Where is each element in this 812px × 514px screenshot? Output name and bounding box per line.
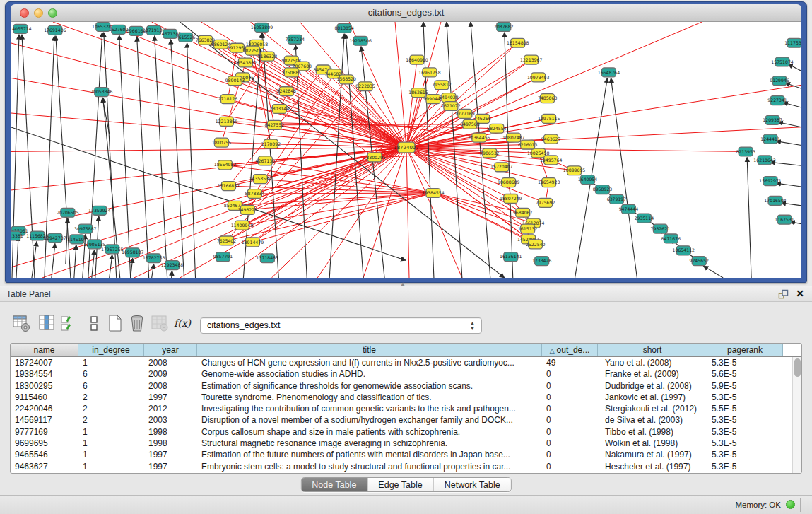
graph-node[interactable]: 19218506 xyxy=(349,36,372,45)
cell-out_degree[interactable]: 0 xyxy=(542,403,598,414)
graph-node[interactable]: 2803144 xyxy=(270,105,290,114)
cell-name[interactable]: 9115460 xyxy=(11,392,78,403)
edge[interactable] xyxy=(226,86,365,240)
cell-name[interactable]: 9465546 xyxy=(11,449,78,460)
graph-node[interactable]: 9684067 xyxy=(513,208,533,217)
edge[interactable] xyxy=(11,43,406,148)
table-row[interactable]: 1456911722003Disruption of a novel membe… xyxy=(11,414,801,426)
cell-year[interactable]: 2003 xyxy=(144,414,197,426)
cell-pagerank[interactable]: 5.5E-5 xyxy=(707,403,783,414)
graph-node[interactable]: 1568520 xyxy=(336,75,356,84)
edge[interactable] xyxy=(74,245,76,278)
graph-node[interactable]: 16136141 xyxy=(500,252,522,262)
graph-node[interactable]: 8186328 xyxy=(258,52,278,61)
cell-title[interactable]: Changes of HCN gene expression and I(f) … xyxy=(197,357,542,368)
cell-out_degree[interactable]: 0 xyxy=(542,392,598,403)
cell-name[interactable]: 18300295 xyxy=(11,380,78,392)
cell-year[interactable]: 2012 xyxy=(144,403,197,414)
edge[interactable] xyxy=(254,193,433,194)
graph-node[interactable]: 6379197 xyxy=(607,194,627,204)
table-mode-icon[interactable] xyxy=(12,314,30,332)
column-header-year[interactable]: year xyxy=(144,344,197,356)
graph-node[interactable]: 9227341 xyxy=(767,96,787,105)
graph-node[interactable]: 9463627 xyxy=(541,134,561,144)
cell-pagerank[interactable]: 5.3E-5 xyxy=(707,414,783,426)
table-row[interactable]: 946362711997Embryonic stem cells: a mode… xyxy=(11,461,801,472)
table-row[interactable]: 969969511998Structural magnetic resonanc… xyxy=(11,438,801,449)
edge[interactable] xyxy=(274,124,470,125)
tab-network-table[interactable]: Network Table xyxy=(434,478,511,491)
cell-in_degree[interactable]: 1 xyxy=(78,461,144,472)
graph-node[interactable]: 10654112 xyxy=(673,246,695,255)
cell-short[interactable]: de Silva et al. (2003) xyxy=(598,414,707,426)
edge[interactable] xyxy=(171,40,184,278)
graph-node[interactable]: 12923488 xyxy=(161,261,184,270)
table-scrollbar-thumb[interactable] xyxy=(794,358,801,377)
graph-node[interactable]: 1640954 xyxy=(578,175,598,185)
delete-table-icon[interactable] xyxy=(151,314,169,332)
edge[interactable] xyxy=(611,78,637,278)
cell-pagerank[interactable]: 5.3E-5 xyxy=(707,357,783,368)
table-row[interactable]: 1830029562008Estimation of significance … xyxy=(11,380,801,392)
table-row[interactable]: 2242004622012Investigating the contribut… xyxy=(11,403,801,414)
cell-title[interactable]: Structural magnetic resonance image aver… xyxy=(197,438,542,449)
graph-node[interactable]: 2718126 xyxy=(218,95,238,104)
edge[interactable] xyxy=(242,77,406,147)
edge[interactable] xyxy=(11,148,406,152)
graph-node[interactable]: 7615526 xyxy=(176,33,196,42)
cell-title[interactable]: Embryonic stem cells: a model to study s… xyxy=(197,461,542,472)
edge[interactable] xyxy=(242,193,433,226)
column-header-in_degree[interactable]: in_degree xyxy=(78,344,144,356)
cell-year[interactable]: 2008 xyxy=(144,380,197,392)
cell-in_degree[interactable]: 1 xyxy=(78,426,144,438)
column-header-out_degree[interactable]: △out_de... xyxy=(542,344,598,356)
edge[interactable] xyxy=(776,183,801,187)
graph-node[interactable]: 7625402 xyxy=(217,236,237,245)
table-row[interactable]: 1872400712008Changes of HCN gene express… xyxy=(11,357,801,368)
graph-node[interactable]: 9474444 xyxy=(619,204,639,214)
cell-in_degree[interactable]: 2 xyxy=(78,414,144,426)
column-header-title[interactable]: title xyxy=(197,344,542,356)
cell-title[interactable]: Investigating the contribution of common… xyxy=(197,403,542,414)
graph-node[interactable]: 16053809 xyxy=(251,23,273,32)
cell-year[interactable]: 1997 xyxy=(144,392,197,403)
cell-out_degree[interactable]: 0 xyxy=(542,438,598,449)
edge[interactable] xyxy=(703,266,723,278)
cell-year[interactable]: 1997 xyxy=(144,449,197,460)
cell-short[interactable]: Dudbridge et al. (2008) xyxy=(598,380,707,392)
graph-node[interactable]: 7932621 xyxy=(651,224,671,233)
edge[interactable] xyxy=(131,258,133,278)
cell-out_degree[interactable]: 0 xyxy=(542,414,598,426)
graph-node[interactable]: 10899695 xyxy=(563,166,586,175)
graph-node[interactable]: 9777169 xyxy=(455,109,475,118)
cell-title[interactable]: Estimation of significance thresholds fo… xyxy=(197,380,542,392)
graph-node[interactable]: 20206505 xyxy=(57,208,79,217)
cell-in_degree[interactable]: 6 xyxy=(78,368,144,380)
graph-node[interactable]: 1170092 xyxy=(261,139,281,148)
cell-year[interactable]: 1998 xyxy=(144,438,197,449)
cell-in_degree[interactable]: 6 xyxy=(78,380,144,392)
edge[interactable] xyxy=(172,271,172,278)
cell-pagerank[interactable]: 5.3E-5 xyxy=(707,392,783,403)
graph-node[interactable]: 12975115 xyxy=(538,114,560,123)
new-column-icon[interactable] xyxy=(106,314,124,332)
edge[interactable] xyxy=(295,45,307,278)
close-panel-icon[interactable]: ✕ xyxy=(796,288,804,299)
edge[interactable] xyxy=(778,122,801,127)
graph-node[interactable]: 2087682 xyxy=(494,22,514,31)
tab-edge-table[interactable]: Edge Table xyxy=(367,478,433,491)
graph-node[interactable]: 1733426 xyxy=(532,257,552,266)
graph-node[interactable]: 3750685 xyxy=(282,68,302,77)
cell-pagerank[interactable]: 5.3E-5 xyxy=(707,426,783,438)
cell-in_degree[interactable]: 1 xyxy=(78,357,144,368)
edge[interactable] xyxy=(406,148,462,278)
cell-in_degree[interactable]: 1 xyxy=(78,438,144,449)
graph-node[interactable]: 10973493 xyxy=(527,73,550,82)
cell-in_degree[interactable]: 2 xyxy=(78,392,144,403)
graph-node[interactable]: 12213869 xyxy=(216,117,238,126)
graph-node[interactable]: 8471676 xyxy=(661,234,681,243)
graph-node[interactable]: 16210643 xyxy=(753,156,776,165)
cell-year[interactable]: 2008 xyxy=(144,357,197,368)
cell-short[interactable]: Stergiakouli et al. (2012) xyxy=(598,403,707,414)
graph-node[interactable]: 16154808 xyxy=(507,38,529,47)
